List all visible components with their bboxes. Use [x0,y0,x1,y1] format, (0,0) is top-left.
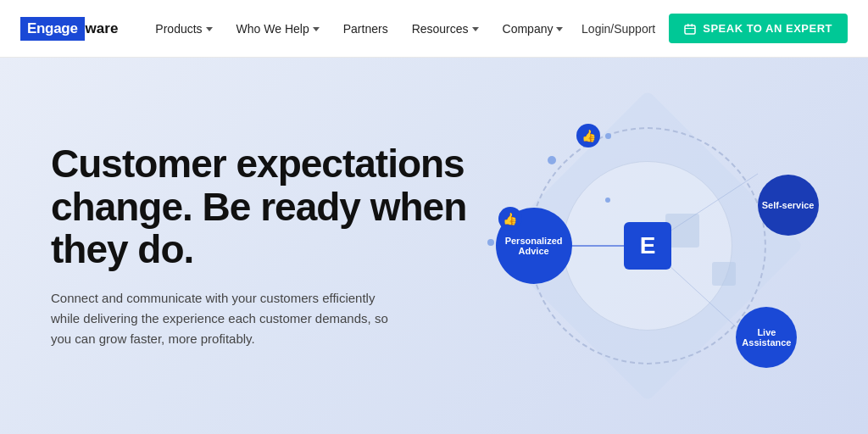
login-support-link[interactable]: Login/Support [581,22,655,36]
decorative-dot-4 [605,198,610,203]
logo-engage: Engage [20,17,85,41]
node-self-service: Self-service [758,175,819,236]
nav-item-partners[interactable]: Partners [333,15,398,42]
speak-to-expert-button[interactable]: SPEAK TO AN EXPERT [669,14,848,43]
nav-item-resources[interactable]: Resources [402,15,489,42]
logo-ware: ware [86,20,119,37]
hero-text: Customer expectations change. Be ready w… [51,142,475,349]
nav-item-company[interactable]: Company [492,15,574,42]
chevron-down-icon [472,27,479,31]
nav-right: Login/Support SPEAK TO AN EXPERT [581,14,848,43]
nav-links: Products Who We Help Partners Resources … [145,15,581,42]
decorative-dot-2 [605,133,611,139]
hero-subtext: Connect and communicate with your custom… [51,288,407,349]
node-live-assistance: Live Assistance [736,307,797,368]
center-logo: E [624,222,671,270]
decorative-dot-1 [548,156,556,164]
hero-heading: Customer expectations change. Be ready w… [51,142,475,271]
thumbs-up-icon-1: 👍 [576,124,600,147]
nav-item-who-we-help[interactable]: Who We Help [226,15,330,42]
chevron-down-icon [313,27,320,31]
decorative-square-2 [712,262,736,286]
svg-rect-2 [692,24,693,27]
calendar-icon [684,23,696,35]
svg-rect-1 [687,24,689,27]
svg-rect-0 [685,25,695,34]
nav-item-products[interactable]: Products [145,15,222,42]
navbar: Engageware Products Who We Help Partners… [0,0,868,58]
decorative-dot-3 [487,239,494,246]
hero-section: Customer expectations change. Be ready w… [0,58,868,434]
hero-diagram: E Personalized Advice Self-service Live … [470,85,826,407]
logo[interactable]: Engageware [20,17,118,41]
chevron-down-icon [206,27,213,31]
thumbs-up-icon-2: 👍 [498,207,522,231]
svg-rect-3 [685,28,695,29]
chevron-down-icon [556,27,563,31]
